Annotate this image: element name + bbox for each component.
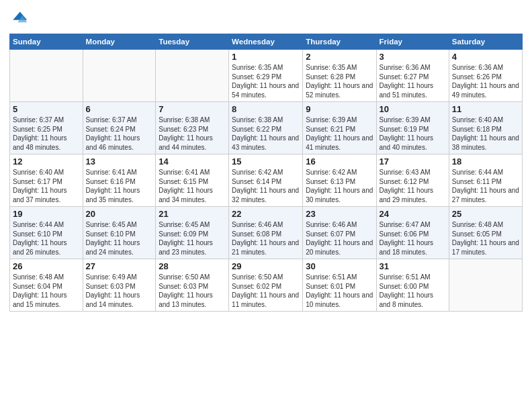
svg-marker-0 — [13, 12, 27, 20]
calendar-day-7: 7Sunrise: 6:38 AM Sunset: 6:23 PM Daylig… — [156, 102, 229, 154]
calendar-day-16: 16Sunrise: 6:42 AM Sunset: 6:13 PM Dayli… — [303, 154, 376, 207]
day-info: Sunrise: 6:45 AM Sunset: 6:10 PM Dayligh… — [86, 220, 153, 257]
day-number: 21 — [159, 209, 226, 219]
day-number: 10 — [380, 104, 446, 114]
calendar-day-22: 22Sunrise: 6:46 AM Sunset: 6:08 PM Dayli… — [229, 207, 303, 259]
day-number: 29 — [232, 261, 300, 271]
col-header-saturday: Saturday — [449, 34, 522, 50]
calendar-day-5: 5Sunrise: 6:37 AM Sunset: 6:25 PM Daylig… — [10, 102, 83, 154]
day-info: Sunrise: 6:48 AM Sunset: 6:05 PM Dayligh… — [452, 220, 519, 257]
col-header-thursday: Thursday — [303, 34, 376, 50]
day-number: 13 — [86, 156, 153, 167]
calendar-week-row: 26Sunrise: 6:48 AM Sunset: 6:04 PM Dayli… — [10, 259, 523, 312]
day-info: Sunrise: 6:41 AM Sunset: 6:16 PM Dayligh… — [86, 168, 153, 204]
day-number: 31 — [380, 261, 446, 271]
calendar-day-19: 19Sunrise: 6:44 AM Sunset: 6:10 PM Dayli… — [10, 207, 83, 259]
day-info: Sunrise: 6:44 AM Sunset: 6:11 PM Dayligh… — [452, 168, 519, 204]
calendar-day-27: 27Sunrise: 6:49 AM Sunset: 6:03 PM Dayli… — [83, 259, 156, 312]
day-info: Sunrise: 6:39 AM Sunset: 6:19 PM Dayligh… — [380, 116, 446, 152]
day-number: 12 — [13, 156, 80, 167]
calendar-day-18: 18Sunrise: 6:44 AM Sunset: 6:11 PM Dayli… — [449, 154, 522, 207]
calendar-day-4: 4Sunrise: 6:36 AM Sunset: 6:26 PM Daylig… — [449, 50, 522, 102]
calendar-day-2: 2Sunrise: 6:35 AM Sunset: 6:28 PM Daylig… — [303, 50, 376, 102]
day-info: Sunrise: 6:47 AM Sunset: 6:06 PM Dayligh… — [380, 220, 446, 257]
calendar-day-1: 1Sunrise: 6:35 AM Sunset: 6:29 PM Daylig… — [229, 50, 303, 102]
day-number: 15 — [232, 156, 300, 167]
day-number: 23 — [306, 209, 373, 219]
day-info: Sunrise: 6:38 AM Sunset: 6:22 PM Dayligh… — [232, 116, 300, 152]
day-info: Sunrise: 6:41 AM Sunset: 6:15 PM Dayligh… — [159, 168, 226, 204]
calendar-table: SundayMondayTuesdayWednesdayThursdayFrid… — [9, 34, 523, 312]
day-info: Sunrise: 6:40 AM Sunset: 6:18 PM Dayligh… — [452, 116, 519, 152]
day-number: 16 — [306, 156, 373, 167]
page: SundayMondayTuesdayWednesdayThursdayFrid… — [0, 0, 532, 411]
calendar-day-15: 15Sunrise: 6:42 AM Sunset: 6:14 PM Dayli… — [229, 154, 303, 207]
day-info: Sunrise: 6:49 AM Sunset: 6:03 PM Dayligh… — [86, 273, 153, 309]
calendar-day-20: 20Sunrise: 6:45 AM Sunset: 6:10 PM Dayli… — [83, 207, 156, 259]
day-number: 5 — [13, 104, 80, 114]
day-number: 27 — [86, 261, 153, 271]
day-info: Sunrise: 6:44 AM Sunset: 6:10 PM Dayligh… — [13, 220, 80, 257]
day-info: Sunrise: 6:48 AM Sunset: 6:04 PM Dayligh… — [13, 273, 80, 309]
day-number: 24 — [380, 209, 446, 219]
day-number: 11 — [452, 104, 519, 114]
logo-icon — [9, 9, 28, 28]
calendar-day-8: 8Sunrise: 6:38 AM Sunset: 6:22 PM Daylig… — [229, 102, 303, 154]
day-number: 22 — [232, 209, 300, 219]
day-info: Sunrise: 6:42 AM Sunset: 6:13 PM Dayligh… — [306, 168, 373, 204]
calendar-day-10: 10Sunrise: 6:39 AM Sunset: 6:19 PM Dayli… — [376, 102, 449, 154]
day-number: 19 — [13, 209, 80, 219]
day-info: Sunrise: 6:50 AM Sunset: 6:03 PM Dayligh… — [159, 273, 226, 309]
day-number: 17 — [380, 156, 446, 167]
calendar-week-row: 5Sunrise: 6:37 AM Sunset: 6:25 PM Daylig… — [10, 102, 523, 154]
day-info: Sunrise: 6:35 AM Sunset: 6:28 PM Dayligh… — [306, 63, 373, 99]
calendar-day-13: 13Sunrise: 6:41 AM Sunset: 6:16 PM Dayli… — [83, 154, 156, 207]
calendar-week-row: 12Sunrise: 6:40 AM Sunset: 6:17 PM Dayli… — [10, 154, 523, 207]
day-number: 14 — [159, 156, 226, 167]
calendar-day-29: 29Sunrise: 6:50 AM Sunset: 6:02 PM Dayli… — [229, 259, 303, 312]
col-header-wednesday: Wednesday — [229, 34, 303, 50]
calendar-day-11: 11Sunrise: 6:40 AM Sunset: 6:18 PM Dayli… — [449, 102, 522, 154]
day-number: 20 — [86, 209, 153, 219]
day-info: Sunrise: 6:37 AM Sunset: 6:24 PM Dayligh… — [86, 116, 153, 152]
day-info: Sunrise: 6:36 AM Sunset: 6:26 PM Dayligh… — [452, 63, 519, 99]
calendar-day-25: 25Sunrise: 6:48 AM Sunset: 6:05 PM Dayli… — [449, 207, 522, 259]
day-info: Sunrise: 6:43 AM Sunset: 6:12 PM Dayligh… — [380, 168, 446, 204]
calendar-week-row: 19Sunrise: 6:44 AM Sunset: 6:10 PM Dayli… — [10, 207, 523, 259]
calendar-day-24: 24Sunrise: 6:47 AM Sunset: 6:06 PM Dayli… — [376, 207, 449, 259]
calendar-day-26: 26Sunrise: 6:48 AM Sunset: 6:04 PM Dayli… — [10, 259, 83, 312]
calendar-day-empty — [156, 50, 229, 102]
day-number: 6 — [86, 104, 153, 114]
header — [9, 7, 523, 28]
day-info: Sunrise: 6:36 AM Sunset: 6:27 PM Dayligh… — [380, 63, 446, 99]
day-info: Sunrise: 6:42 AM Sunset: 6:14 PM Dayligh… — [232, 168, 300, 204]
day-info: Sunrise: 6:37 AM Sunset: 6:25 PM Dayligh… — [13, 116, 80, 152]
day-info: Sunrise: 6:50 AM Sunset: 6:02 PM Dayligh… — [232, 273, 300, 309]
calendar-day-23: 23Sunrise: 6:46 AM Sunset: 6:07 PM Dayli… — [303, 207, 376, 259]
day-number: 3 — [380, 52, 446, 62]
col-header-monday: Monday — [83, 34, 156, 50]
col-header-friday: Friday — [376, 34, 449, 50]
calendar-day-14: 14Sunrise: 6:41 AM Sunset: 6:15 PM Dayli… — [156, 154, 229, 207]
calendar-day-6: 6Sunrise: 6:37 AM Sunset: 6:24 PM Daylig… — [83, 102, 156, 154]
day-number: 18 — [452, 156, 519, 167]
calendar-day-empty — [449, 259, 522, 312]
calendar-day-31: 31Sunrise: 6:51 AM Sunset: 6:00 PM Dayli… — [376, 259, 449, 312]
calendar-day-empty — [83, 50, 156, 102]
day-number: 28 — [159, 261, 226, 271]
calendar-day-30: 30Sunrise: 6:51 AM Sunset: 6:01 PM Dayli… — [303, 259, 376, 312]
day-number: 30 — [306, 261, 373, 271]
day-info: Sunrise: 6:38 AM Sunset: 6:23 PM Dayligh… — [159, 116, 226, 152]
day-info: Sunrise: 6:45 AM Sunset: 6:09 PM Dayligh… — [159, 220, 226, 257]
day-info: Sunrise: 6:39 AM Sunset: 6:21 PM Dayligh… — [306, 116, 373, 152]
calendar-week-row: 1Sunrise: 6:35 AM Sunset: 6:29 PM Daylig… — [10, 50, 523, 102]
day-info: Sunrise: 6:46 AM Sunset: 6:08 PM Dayligh… — [232, 220, 300, 257]
day-info: Sunrise: 6:51 AM Sunset: 6:01 PM Dayligh… — [306, 273, 373, 309]
day-info: Sunrise: 6:40 AM Sunset: 6:17 PM Dayligh… — [13, 168, 80, 204]
day-info: Sunrise: 6:46 AM Sunset: 6:07 PM Dayligh… — [306, 220, 373, 257]
day-number: 8 — [232, 104, 300, 114]
col-header-tuesday: Tuesday — [156, 34, 229, 50]
day-number: 7 — [159, 104, 226, 114]
day-number: 1 — [232, 52, 300, 62]
col-header-sunday: Sunday — [10, 34, 83, 50]
